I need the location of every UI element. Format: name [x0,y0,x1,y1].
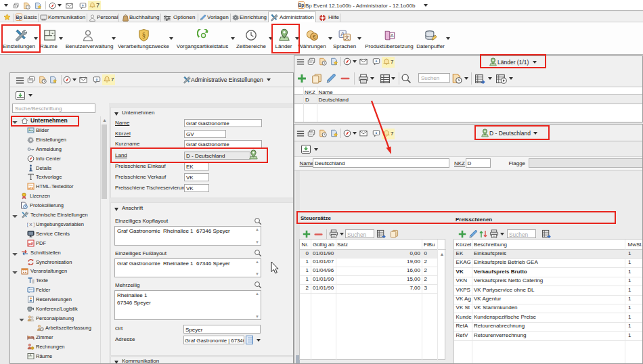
svg-text:htm: htm [29,184,33,187]
svg-text:pdf: pdf [28,242,33,245]
svg-text:(x): (x) [27,221,35,227]
